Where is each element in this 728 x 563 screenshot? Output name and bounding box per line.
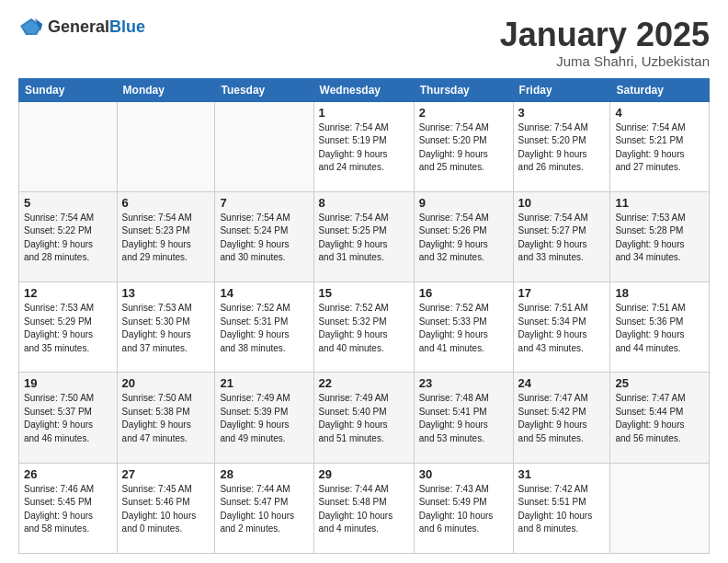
day-info: Sunrise: 7:47 AM Sunset: 5:44 PM Dayligh… <box>615 392 704 445</box>
day-info: Sunrise: 7:53 AM Sunset: 5:28 PM Dayligh… <box>615 212 704 265</box>
week-row-3: 19Sunrise: 7:50 AM Sunset: 5:37 PM Dayli… <box>19 373 710 463</box>
calendar-cell: 18Sunrise: 7:51 AM Sunset: 5:36 PM Dayli… <box>610 282 710 373</box>
logo-text: GeneralBlue <box>48 17 145 37</box>
weekday-header-monday: Monday <box>117 78 215 101</box>
day-number: 9 <box>419 196 508 210</box>
calendar-body: 1Sunrise: 7:54 AM Sunset: 5:19 PM Daylig… <box>19 101 710 553</box>
day-number: 14 <box>220 286 308 300</box>
day-number: 29 <box>319 467 409 481</box>
calendar-cell: 7Sunrise: 7:54 AM Sunset: 5:24 PM Daylig… <box>215 191 313 282</box>
calendar-cell <box>215 101 313 191</box>
calendar-cell: 25Sunrise: 7:47 AM Sunset: 5:44 PM Dayli… <box>610 373 710 463</box>
calendar-cell: 11Sunrise: 7:53 AM Sunset: 5:28 PM Dayli… <box>610 191 710 282</box>
day-info: Sunrise: 7:51 AM Sunset: 5:36 PM Dayligh… <box>615 302 704 355</box>
day-number: 13 <box>122 286 210 300</box>
day-number: 23 <box>419 376 508 390</box>
day-info: Sunrise: 7:54 AM Sunset: 5:19 PM Dayligh… <box>319 121 409 175</box>
day-info: Sunrise: 7:54 AM Sunset: 5:23 PM Dayligh… <box>122 212 210 265</box>
day-number: 20 <box>122 376 210 390</box>
day-number: 10 <box>518 196 606 210</box>
logo-blue: Blue <box>109 17 145 36</box>
calendar-cell: 28Sunrise: 7:44 AM Sunset: 5:47 PM Dayli… <box>215 463 313 553</box>
week-row-4: 26Sunrise: 7:46 AM Sunset: 5:45 PM Dayli… <box>19 463 710 553</box>
calendar-cell: 24Sunrise: 7:47 AM Sunset: 5:42 PM Dayli… <box>513 373 610 463</box>
day-info: Sunrise: 7:49 AM Sunset: 5:40 PM Dayligh… <box>319 392 409 445</box>
day-number: 6 <box>122 196 210 210</box>
day-number: 24 <box>518 376 606 390</box>
day-number: 7 <box>220 196 308 210</box>
day-info: Sunrise: 7:45 AM Sunset: 5:46 PM Dayligh… <box>122 483 210 536</box>
calendar-cell: 15Sunrise: 7:52 AM Sunset: 5:32 PM Dayli… <box>313 282 414 373</box>
calendar-cell: 12Sunrise: 7:53 AM Sunset: 5:29 PM Dayli… <box>19 282 118 373</box>
weekday-header-wednesday: Wednesday <box>313 78 414 101</box>
weekday-header-saturday: Saturday <box>610 78 710 101</box>
day-info: Sunrise: 7:52 AM Sunset: 5:32 PM Dayligh… <box>319 302 409 355</box>
day-info: Sunrise: 7:49 AM Sunset: 5:39 PM Dayligh… <box>220 392 308 445</box>
page: GeneralBlue January 2025 Juma Shahri, Uz… <box>0 0 728 563</box>
calendar-cell: 1Sunrise: 7:54 AM Sunset: 5:19 PM Daylig… <box>313 101 414 191</box>
calendar-cell: 9Sunrise: 7:54 AM Sunset: 5:26 PM Daylig… <box>414 191 513 282</box>
calendar-cell <box>117 101 215 191</box>
day-info: Sunrise: 7:47 AM Sunset: 5:42 PM Dayligh… <box>518 392 606 445</box>
calendar-cell: 22Sunrise: 7:49 AM Sunset: 5:40 PM Dayli… <box>313 373 414 463</box>
week-row-0: 1Sunrise: 7:54 AM Sunset: 5:19 PM Daylig… <box>19 101 710 191</box>
day-info: Sunrise: 7:51 AM Sunset: 5:34 PM Dayligh… <box>518 302 606 355</box>
calendar-cell: 17Sunrise: 7:51 AM Sunset: 5:34 PM Dayli… <box>513 282 610 373</box>
day-info: Sunrise: 7:44 AM Sunset: 5:48 PM Dayligh… <box>319 483 409 536</box>
day-number: 27 <box>122 467 210 481</box>
day-number: 5 <box>24 196 112 210</box>
location: Juma Shahri, Uzbekistan <box>500 53 710 69</box>
calendar-cell: 23Sunrise: 7:48 AM Sunset: 5:41 PM Dayli… <box>414 373 513 463</box>
day-number: 1 <box>319 106 409 120</box>
day-number: 26 <box>24 467 112 481</box>
calendar-cell: 27Sunrise: 7:45 AM Sunset: 5:46 PM Dayli… <box>117 463 215 553</box>
calendar-cell: 21Sunrise: 7:49 AM Sunset: 5:39 PM Dayli… <box>215 373 313 463</box>
calendar-table: SundayMondayTuesdayWednesdayThursdayFrid… <box>18 78 710 554</box>
day-number: 12 <box>24 286 112 300</box>
weekday-header-friday: Friday <box>513 78 610 101</box>
calendar-cell: 3Sunrise: 7:54 AM Sunset: 5:20 PM Daylig… <box>513 101 610 191</box>
day-info: Sunrise: 7:48 AM Sunset: 5:41 PM Dayligh… <box>419 392 508 445</box>
day-number: 11 <box>615 196 704 210</box>
day-info: Sunrise: 7:43 AM Sunset: 5:49 PM Dayligh… <box>419 483 508 536</box>
calendar-cell: 2Sunrise: 7:54 AM Sunset: 5:20 PM Daylig… <box>414 101 513 191</box>
logo-general: General <box>48 17 109 36</box>
weekday-header-tuesday: Tuesday <box>215 78 313 101</box>
day-number: 3 <box>518 106 606 120</box>
day-number: 25 <box>615 376 704 390</box>
calendar-cell: 20Sunrise: 7:50 AM Sunset: 5:38 PM Dayli… <box>117 373 215 463</box>
day-info: Sunrise: 7:54 AM Sunset: 5:25 PM Dayligh… <box>319 212 409 265</box>
calendar-cell: 30Sunrise: 7:43 AM Sunset: 5:49 PM Dayli… <box>414 463 513 553</box>
week-row-2: 12Sunrise: 7:53 AM Sunset: 5:29 PM Dayli… <box>19 282 710 373</box>
day-info: Sunrise: 7:46 AM Sunset: 5:45 PM Dayligh… <box>24 483 112 536</box>
day-info: Sunrise: 7:54 AM Sunset: 5:27 PM Dayligh… <box>518 212 606 265</box>
day-number: 2 <box>419 106 508 120</box>
day-info: Sunrise: 7:42 AM Sunset: 5:51 PM Dayligh… <box>518 483 606 536</box>
logo: GeneralBlue <box>18 17 145 37</box>
month-title: January 2025 <box>500 17 710 53</box>
day-info: Sunrise: 7:44 AM Sunset: 5:47 PM Dayligh… <box>220 483 308 536</box>
day-info: Sunrise: 7:50 AM Sunset: 5:37 PM Dayligh… <box>24 392 112 445</box>
day-info: Sunrise: 7:53 AM Sunset: 5:29 PM Dayligh… <box>24 302 112 355</box>
calendar-cell <box>19 101 118 191</box>
day-number: 28 <box>220 467 308 481</box>
header: GeneralBlue January 2025 Juma Shahri, Uz… <box>18 17 710 69</box>
calendar-cell: 19Sunrise: 7:50 AM Sunset: 5:37 PM Dayli… <box>19 373 118 463</box>
day-info: Sunrise: 7:54 AM Sunset: 5:20 PM Dayligh… <box>518 121 606 175</box>
day-number: 4 <box>615 106 704 120</box>
calendar-cell: 29Sunrise: 7:44 AM Sunset: 5:48 PM Dayli… <box>313 463 414 553</box>
calendar-header: SundayMondayTuesdayWednesdayThursdayFrid… <box>19 78 710 101</box>
day-number: 21 <box>220 376 308 390</box>
day-number: 15 <box>319 286 409 300</box>
weekday-header-sunday: Sunday <box>19 78 118 101</box>
day-info: Sunrise: 7:53 AM Sunset: 5:30 PM Dayligh… <box>122 302 210 355</box>
day-number: 8 <box>319 196 409 210</box>
day-info: Sunrise: 7:52 AM Sunset: 5:33 PM Dayligh… <box>419 302 508 355</box>
calendar-cell: 5Sunrise: 7:54 AM Sunset: 5:22 PM Daylig… <box>19 191 118 282</box>
calendar-cell: 13Sunrise: 7:53 AM Sunset: 5:30 PM Dayli… <box>117 282 215 373</box>
day-info: Sunrise: 7:54 AM Sunset: 5:24 PM Dayligh… <box>220 212 308 265</box>
logo-icon <box>18 17 44 37</box>
weekday-header-row: SundayMondayTuesdayWednesdayThursdayFrid… <box>19 78 710 101</box>
calendar-cell: 6Sunrise: 7:54 AM Sunset: 5:23 PM Daylig… <box>117 191 215 282</box>
day-number: 17 <box>518 286 606 300</box>
